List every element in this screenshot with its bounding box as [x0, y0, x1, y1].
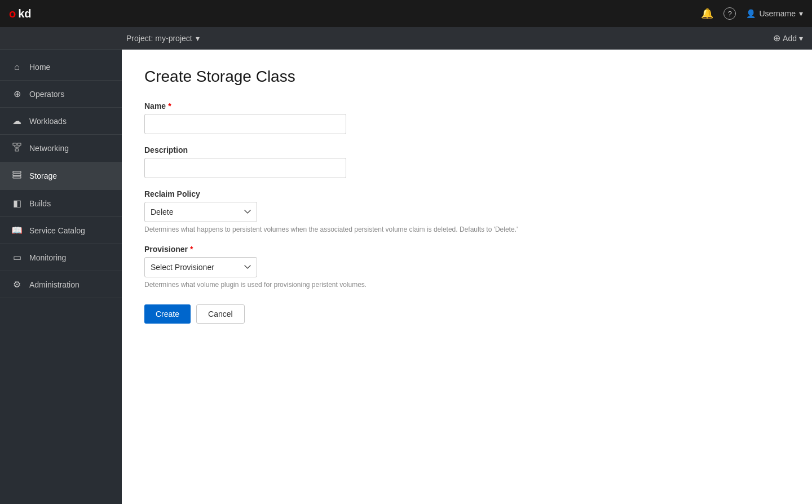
sidebar-item-builds[interactable]: ◧ Builds: [0, 190, 122, 217]
svg-rect-2: [15, 149, 19, 151]
app-logo[interactable]: okd: [9, 7, 32, 20]
name-required-star: *: [168, 101, 171, 110]
sidebar-item-home-label: Home: [29, 63, 50, 72]
sidebar-item-builds-label: Builds: [29, 199, 51, 208]
description-label: Description: [144, 145, 789, 154]
sidebar-item-storage[interactable]: Storage: [0, 162, 122, 190]
project-chevron-icon: ▾: [196, 34, 200, 43]
name-field-group: Name *: [144, 101, 789, 134]
service-catalog-icon: 📖: [11, 225, 23, 236]
page-title: Create Storage Class: [144, 68, 789, 86]
user-menu[interactable]: 👤 Username ▾: [746, 9, 803, 18]
sidebar-item-operators-label: Operators: [29, 90, 64, 99]
provisioner-field-group: Provisioner * Select Provisioner AWS EBS…: [144, 245, 789, 289]
storage-icon: [11, 170, 23, 182]
sidebar-item-monitoring-label: Monitoring: [29, 253, 66, 262]
help-icon[interactable]: ?: [723, 7, 736, 20]
main-content: Create Storage Class Name * Description …: [122, 50, 812, 504]
project-label: Project: my-project: [126, 34, 192, 43]
user-avatar-icon: 👤: [746, 9, 756, 18]
reclaim-policy-select[interactable]: Delete Retain Recycle: [144, 202, 257, 222]
sidebar: ⌂ Home ⊕ Operators ☁ Workloads: [0, 50, 122, 504]
svg-rect-1: [17, 143, 21, 145]
provisioner-required-star: *: [190, 245, 193, 254]
builds-icon: ◧: [11, 198, 23, 209]
provisioner-select-wrapper: Select Provisioner AWS EBS GCE PD Azure …: [144, 257, 257, 277]
sidebar-item-monitoring[interactable]: ▭ Monitoring: [0, 244, 122, 271]
reclaim-policy-hint: Determines what happens to persistent vo…: [144, 226, 528, 233]
logo-o: o: [9, 7, 16, 20]
main-layout: ⌂ Home ⊕ Operators ☁ Workloads: [0, 50, 812, 504]
sidebar-item-administration[interactable]: ⚙ Administration: [0, 271, 122, 298]
administration-icon: ⚙: [11, 279, 23, 290]
user-chevron-icon: ▾: [799, 9, 803, 18]
description-input[interactable]: [144, 158, 346, 178]
svg-rect-0: [13, 143, 16, 145]
add-chevron-icon: ▾: [799, 34, 803, 43]
name-label: Name *: [144, 101, 789, 110]
logo-kd: kd: [18, 7, 31, 20]
sidebar-item-workloads-label: Workloads: [29, 117, 67, 126]
name-input[interactable]: [144, 114, 346, 134]
username-label: Username: [759, 9, 796, 18]
cancel-button[interactable]: Cancel: [196, 304, 245, 324]
sidebar-item-workloads[interactable]: ☁ Workloads: [0, 108, 122, 135]
networking-icon: [11, 143, 23, 154]
sidebar-item-networking-label: Networking: [29, 144, 69, 153]
svg-rect-8: [13, 174, 21, 176]
add-label: Add: [783, 34, 797, 43]
sidebar-item-service-catalog[interactable]: 📖 Service Catalog: [0, 217, 122, 244]
operators-icon: ⊕: [11, 89, 23, 99]
form-actions: Create Cancel: [144, 304, 789, 324]
description-field-group: Description: [144, 145, 789, 178]
reclaim-policy-label: Reclaim Policy: [144, 189, 789, 198]
sidebar-item-operators[interactable]: ⊕ Operators: [0, 81, 122, 108]
sidebar-item-home[interactable]: ⌂ Home: [0, 54, 122, 81]
topnav-icons: 🔔 ? 👤 Username ▾: [701, 7, 803, 20]
svg-rect-7: [13, 171, 21, 173]
svg-rect-9: [13, 176, 21, 178]
create-button[interactable]: Create: [144, 304, 191, 324]
sidebar-item-service-catalog-label: Service Catalog: [29, 226, 85, 235]
sidebar-item-storage-label: Storage: [29, 171, 57, 180]
home-icon: ⌂: [11, 62, 23, 72]
add-button[interactable]: ⊕ Add ▾: [773, 33, 803, 43]
reclaim-policy-select-wrapper: Delete Retain Recycle: [144, 202, 257, 222]
reclaim-policy-field-group: Reclaim Policy Delete Retain Recycle Det…: [144, 189, 789, 233]
sidebar-item-administration-label: Administration: [29, 280, 80, 289]
project-selector[interactable]: Project: my-project ▾: [126, 34, 200, 43]
provisioner-label: Provisioner *: [144, 245, 789, 254]
top-navigation: okd 🔔 ? 👤 Username ▾: [0, 0, 812, 27]
monitoring-icon: ▭: [11, 252, 23, 263]
sidebar-item-networking[interactable]: Networking: [0, 135, 122, 162]
workloads-icon: ☁: [11, 116, 23, 126]
notification-icon[interactable]: 🔔: [701, 7, 713, 20]
provisioner-select[interactable]: Select Provisioner AWS EBS GCE PD Azure …: [144, 257, 257, 277]
add-circle-icon: ⊕: [773, 33, 780, 43]
provisioner-hint: Determines what volume plugin is used fo…: [144, 281, 528, 289]
subheader: Project: my-project ▾ ⊕ Add ▾: [0, 27, 812, 50]
